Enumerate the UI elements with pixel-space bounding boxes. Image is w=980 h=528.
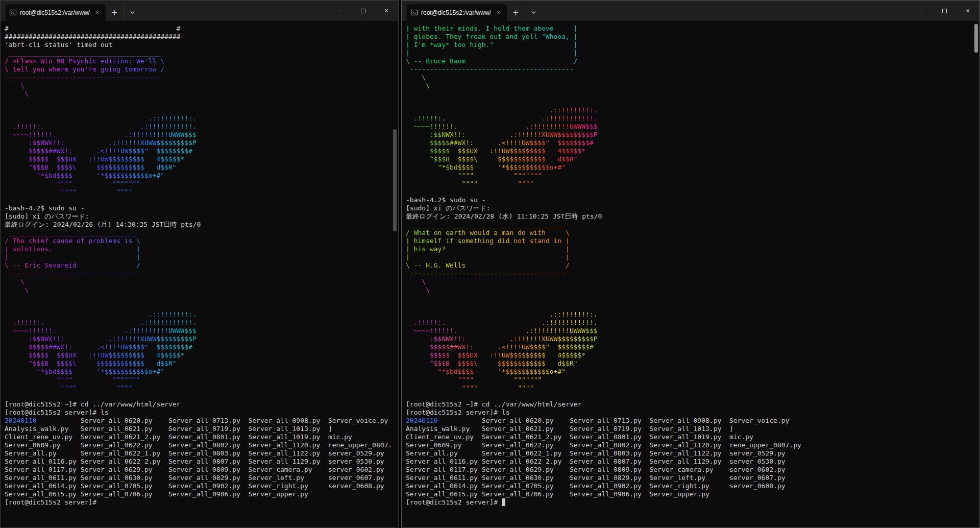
ls-row: Analysis_walk.py Server_all_0621.py Serv… [5, 425, 391, 433]
cowsay-quote-baum: | with their minds. I hold them above | … [406, 25, 578, 74]
shell-commands: [root@dic515s2 ~]# cd ../var/www/html/se… [406, 392, 972, 417]
ls-row: 20240110 Server_all_0620.py Server_all_0… [406, 417, 972, 425]
tab-bar: root@dic515s2:/var/www/htm ✕ + ✕ [1, 1, 398, 21]
shell-prompt-text: [root@dic515s2 server]# [406, 498, 502, 506]
ls-row: Server_all_0117.py Server_all_0629.py Se… [406, 466, 972, 474]
ls-row: Client_rene_uv.py Server_all_0621_2.py S… [5, 433, 391, 441]
ls-row: Server_all.py Server_all_0622_1.py Serve… [406, 449, 972, 458]
maximize-icon [942, 9, 947, 13]
tab-title: root@dic515s2:/var/www/htm [20, 9, 90, 16]
shell-login-output: -bash-4.2$ sudo su - [sudo] xi のパスワード: 最… [5, 196, 391, 229]
ls-row: Server_0609.py Server_all_0622.py Server… [406, 441, 972, 449]
ls-row: Server_all_0614.py Server_all_0705.py Se… [406, 482, 972, 490]
terminal-cursor [502, 498, 505, 506]
window-controls: ✕ [328, 1, 398, 21]
terminal-content[interactable]: | with their minds. I hold them above | … [402, 21, 979, 527]
scrollbar-thumb[interactable] [974, 24, 978, 53]
minimize-icon [918, 11, 923, 11]
new-tab-button[interactable]: + [106, 4, 124, 21]
shell-prompt: [root@dic515s2 server]# [5, 498, 391, 507]
cowsay-ascii-art: \ \ .::!!!!!!!:. .!!!!!:. .:!!!!!!!!!!!.… [406, 74, 598, 188]
terminal-window-left: root@dic515s2:/var/www/htm ✕ + ✕ # # ###… [0, 0, 399, 528]
motd-banner: # # ####################################… [5, 25, 391, 49]
ls-row: Server_all_0116.py Server_all_0622_2.py … [406, 458, 972, 466]
ls-row: 20240110 Server_all_0620.py Server_all_0… [5, 417, 391, 425]
tab-close-icon[interactable]: ✕ [93, 9, 102, 16]
terminal-icon [411, 9, 418, 16]
cowsay-quote-sevareid: ________________________________ / The c… [5, 229, 140, 278]
ls-row-files: Server_all_0620.py Server_all_0713.py Se… [37, 417, 388, 424]
shell-login-output: -bash-4.2$ sudo su - [sudo] xi のパスワード: 最… [406, 188, 972, 221]
ls-row: Server_all_0611.py Server_all_0630.py Se… [406, 474, 972, 482]
maximize-button[interactable] [933, 1, 956, 21]
chevron-down-icon [531, 11, 536, 14]
shell-commands: [root@dic515s2 ~]# cd ../var/www/html/se… [5, 392, 391, 417]
ls-row: Server_all_0611.py Server_all_0630.py Se… [5, 474, 391, 482]
tab-ssh-session[interactable]: root@dic515s2:/var/www/htm ✕ [6, 4, 106, 21]
cowsay-ascii-art: \ \ .::!!!!!!!:. .!!!!!:. .:!!!!!!!!!!!.… [5, 82, 197, 196]
terminal-window-right: root@dic515s2:/var/www/htm ✕ + ✕ | with … [401, 0, 980, 528]
ls-row: Server_all_0116.py Server_all_0622_2.py … [5, 458, 391, 466]
scrollbar-thumb[interactable] [393, 129, 397, 231]
tab-bar: root@dic515s2:/var/www/htm ✕ + ✕ [402, 1, 979, 21]
tab-title: root@dic515s2:/var/www/htm [421, 9, 491, 16]
shell-prompt: [root@dic515s2 server]# [406, 498, 972, 507]
tab-close-icon[interactable]: ✕ [495, 9, 503, 16]
tab-dropdown-button[interactable] [125, 4, 140, 21]
ls-row: Server_all_0117.py Server_all_0629.py Se… [5, 466, 391, 474]
maximize-icon [361, 9, 365, 13]
scrollbar[interactable] [973, 21, 979, 527]
maximize-button[interactable] [351, 1, 375, 21]
minimize-button[interactable] [909, 1, 933, 21]
terminal-icon [10, 9, 16, 16]
close-button[interactable]: ✕ [956, 1, 979, 21]
tab-dropdown-button[interactable] [526, 4, 541, 21]
directory-name: 20240110 [5, 417, 37, 424]
ls-row: Server_all_0615.py Server_all_0706.py Se… [406, 490, 972, 498]
ls-row: Server_0609.py Server_all_0622.py Server… [5, 441, 391, 449]
terminal-content[interactable]: # # ####################################… [1, 21, 398, 527]
cowsay-quote-flav: ______________________________________ /… [5, 49, 164, 82]
tab-ssh-session[interactable]: root@dic515s2:/var/www/htm ✕ [407, 4, 507, 21]
cowsay-ascii-art: \ \ .::!!!!!!!:. .!!!!!:. .:!!!!!!!!!!!.… [5, 278, 197, 392]
ls-row: Analysis_walk.py Server_all_0621.py Serv… [406, 425, 972, 433]
cowsay-ascii-art: \ \ .::!!!!!!!:. .!!!!!:. .:!!!!!!!!!!!.… [406, 278, 598, 392]
close-button[interactable]: ✕ [375, 1, 398, 21]
cowsay-quote-wells: _______________________________________ … [406, 221, 570, 278]
new-tab-button[interactable]: + [507, 4, 525, 21]
scrollbar[interactable] [391, 21, 398, 527]
directory-name: 20240110 [406, 417, 438, 424]
ls-row: Server_all_0615.py Server_all_0706.py Se… [5, 490, 391, 498]
ls-row-files: Server_all_0620.py Server_all_0713.py Se… [438, 417, 790, 424]
chevron-down-icon [130, 11, 135, 14]
ls-row: Client_rene_uv.py Server_all_0621_2.py S… [406, 433, 972, 441]
ls-row: Server_all_0614.py Server_all_0705.py Se… [5, 482, 391, 490]
minimize-button[interactable] [328, 1, 351, 21]
window-controls: ✕ [909, 1, 979, 21]
ls-row: Server_all.py Server_all_0622_1.py Serve… [5, 449, 391, 458]
minimize-icon [337, 11, 342, 11]
